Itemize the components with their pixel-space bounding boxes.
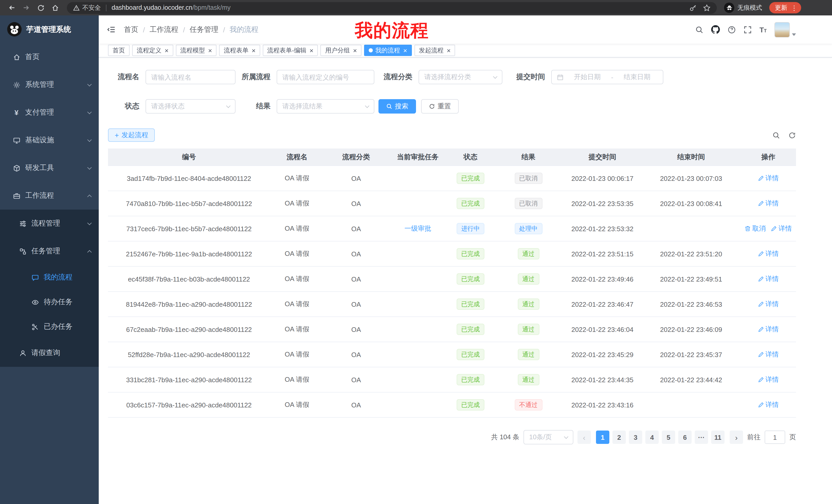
address-bar[interactable]: 不安全 dashboard.yudao.iocoder.cn/bpm/task/… [67,2,717,13]
total-count: 共 104 条 [491,432,519,442]
hamburger-icon[interactable] [107,25,116,34]
search-button[interactable]: 搜索 [379,99,416,114]
bookmark-star-icon[interactable] [703,4,711,11]
avatar[interactable] [774,22,790,37]
briefcase-icon [12,192,21,200]
detail-action-link[interactable]: 详情 [758,174,779,183]
page-button[interactable]: 1 [596,430,609,444]
detail-action-link[interactable]: 详情 [758,325,779,334]
detail-action-link[interactable]: 详情 [758,300,779,309]
tab-close-icon[interactable]: × [208,47,212,54]
reset-button[interactable]: 重置 [421,99,459,114]
status-tag: 已完成 [457,198,485,209]
sidebar-item-leave-query[interactable]: 请假查询 [0,339,99,367]
cell-end: 2022-01-23 00:08:41 [642,191,740,216]
page-size-select[interactable]: 10条/页 [523,430,573,444]
breadcrumb-item[interactable]: 工作流程 [150,25,178,34]
tab-item[interactable]: 用户分组× [321,45,362,56]
result-select[interactable]: 请选择流结果 [277,99,374,114]
cell-id: 819442e8-7b9a-11ec-a290-acde48001122 [108,292,270,316]
cancel-action-link[interactable]: 取消 [745,224,766,233]
tab-close-icon[interactable]: × [310,47,313,54]
page-button[interactable]: 11 [711,430,725,444]
detail-action-link[interactable]: 详情 [758,375,779,384]
tab-item[interactable]: 流程表单-编辑× [263,45,318,56]
sidebar-item-my-process[interactable]: 我的流程 [0,265,99,290]
github-icon[interactable] [711,25,720,34]
tab-close-icon[interactable]: × [353,47,357,54]
home-icon[interactable] [48,1,62,15]
sidebar-item-process-management[interactable]: 流程管理 [0,209,99,237]
process-def-input[interactable] [277,70,374,84]
category-select[interactable]: 请选择流程分类 [419,70,502,84]
detail-action-link[interactable]: 详情 [758,400,779,410]
sidebar-item-todo-tasks[interactable]: 待办任务 [0,290,99,314]
tab-item[interactable]: 首页 [108,45,130,56]
back-icon[interactable] [5,1,19,15]
page-button[interactable]: 3 [629,430,642,444]
breadcrumb-item[interactable]: 首页 [124,25,138,34]
table-row: ec45f38f-7b9a-11ec-b03b-acde48001122OA 请… [108,267,796,292]
action-label: 详情 [765,249,779,258]
detail-action-link[interactable]: 详情 [758,199,779,208]
sidebar-item-home[interactable]: 首页 [0,43,99,71]
forward-icon[interactable] [20,1,33,15]
table-row: 2152467e-7b9b-11ec-9a1b-acde48001122OA 请… [108,242,796,267]
sidebar-item-infrastructure[interactable]: 基础设施 [0,127,99,154]
submit-time-range-picker[interactable]: 开始日期 - 结束日期 [551,70,663,84]
category-label: 流程分类 [374,73,419,82]
tab-close-icon[interactable]: × [403,47,407,54]
tab-label: 用户分组 [325,46,350,55]
prev-page-button[interactable]: ‹ [577,430,591,444]
tab-item[interactable]: 发起流程× [414,45,455,56]
tab-close-icon[interactable]: × [252,47,255,54]
detail-action-link[interactable]: 详情 [758,350,779,359]
tab-item[interactable]: 流程定义× [132,45,173,56]
tab-close-icon[interactable]: × [447,47,450,54]
chevron-down-icon [87,137,92,142]
create-process-button[interactable]: + 发起流程 [108,129,155,142]
tab-item[interactable]: 我的流程× [364,45,412,56]
fullscreen-icon[interactable] [744,25,752,34]
goto-page-input[interactable] [765,430,785,444]
page-button[interactable]: 6 [678,430,692,444]
tab-item[interactable]: 流程表单× [219,45,260,56]
cell-id: 2152467e-7b9b-11ec-9a1b-acde48001122 [108,242,270,266]
table-refresh-icon[interactable] [788,131,796,139]
process-name-input[interactable] [146,70,235,84]
sidebar-item-workflow[interactable]: 工作流程 [0,182,99,209]
reload-icon[interactable] [34,1,47,15]
password-key-icon[interactable] [689,4,697,11]
current-task-link[interactable]: 一级审批 [405,224,431,233]
status-select[interactable]: 请选择状态 [146,99,235,114]
sidebar-item-payment[interactable]: ¥ 支付管理 [0,99,99,127]
update-button[interactable]: 更新 ⋮ [769,2,801,13]
search-toggle-icon[interactable] [772,131,780,139]
browser-menu-dots-icon[interactable]: ⋮ [791,4,798,11]
edit-icon [758,376,764,383]
sidebar-item-done-tasks[interactable]: 已办任务 [0,314,99,339]
url-path: /bpm/task/my [192,4,231,11]
page-button[interactable]: 2 [613,430,626,444]
cell-result: 通过 [494,367,563,392]
page-button[interactable]: 5 [662,430,675,444]
detail-action-link[interactable]: 详情 [758,274,779,284]
security-chip[interactable]: 不安全 [73,3,101,12]
font-size-icon[interactable]: TT [759,26,767,33]
sidebar-item-system[interactable]: 系统管理 [0,71,99,99]
sidebar-item-task-management[interactable]: 任务管理 [0,237,99,265]
page-more-button[interactable]: ··· [695,430,708,444]
calendar-icon [557,74,564,80]
detail-action-link[interactable]: 详情 [758,249,779,258]
detail-action-link[interactable]: 详情 [771,224,792,233]
page-button[interactable]: 4 [645,430,659,444]
search-icon[interactable] [695,25,703,34]
help-icon[interactable] [728,25,736,34]
breadcrumb-item[interactable]: 任务管理 [190,25,218,34]
tab-close-icon[interactable]: × [164,47,168,54]
toolbox-icon [12,164,21,172]
tab-item[interactable]: 流程模型× [176,45,216,56]
next-page-button[interactable]: › [730,430,743,444]
user-menu[interactable] [774,22,796,37]
sidebar-item-devtools[interactable]: 研发工具 [0,154,99,182]
